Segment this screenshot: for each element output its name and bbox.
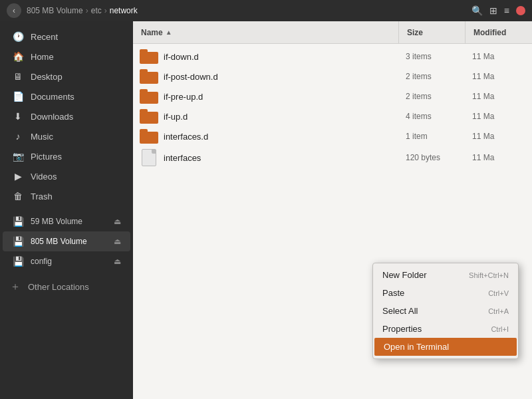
table-row[interactable]: if-post-down.d 2 items 11 Ma xyxy=(134,66,531,86)
context-label-new-folder: New Folder xyxy=(382,270,426,280)
close-button[interactable] xyxy=(516,6,525,15)
file-icon-col xyxy=(134,49,164,64)
table-row[interactable]: interfaces 120 bytes 11 Ma xyxy=(134,146,531,169)
file-icon-col xyxy=(134,89,164,104)
file-browser: Name ▲ Size Modified if-down.d 3 items 1… xyxy=(133,21,532,399)
add-icon: ＋ xyxy=(9,281,21,293)
titlebar: ‹ 805 MB Volume › etc › network 🔍 ⊞ ≡ xyxy=(0,0,532,21)
drive-icon-config: 💾 xyxy=(12,255,24,267)
pictures-icon: 📷 xyxy=(12,150,24,162)
file-name: interfaces.d xyxy=(164,132,398,142)
file-size: 2 items xyxy=(398,92,464,101)
path-segment-3[interactable]: network xyxy=(110,6,138,15)
file-modified: 11 Ma xyxy=(464,92,531,101)
folder-icon xyxy=(140,129,158,144)
sidebar-label-videos: Videos xyxy=(31,172,57,182)
table-row[interactable]: interfaces.d 1 item 11 Ma xyxy=(134,126,531,146)
sidebar-item-vol59[interactable]: 💾 59 MB Volume ⏏ xyxy=(3,211,130,231)
table-row[interactable]: if-down.d 3 items 11 Ma xyxy=(134,47,531,66)
desktop-icon: 🖥 xyxy=(12,70,24,82)
context-shortcut-paste: Ctrl+V xyxy=(488,289,509,297)
file-modified: 11 Ma xyxy=(464,52,531,61)
file-size: 4 items xyxy=(398,112,464,121)
context-shortcut-new-folder: Shift+Ctrl+N xyxy=(469,271,509,279)
sidebar-label-vol59: 59 MB Volume xyxy=(31,217,107,226)
context-label-select-all: Select All xyxy=(382,306,418,316)
titlebar-right: 🔍 ⊞ ≡ xyxy=(471,5,525,16)
music-icon: ♪ xyxy=(12,130,24,142)
sidebar-item-vol805[interactable]: 💾 805 MB Volume ⏏ xyxy=(3,231,130,251)
context-menu-item-open-terminal[interactable]: Open in Terminal xyxy=(374,338,517,356)
titlebar-left: ‹ 805 MB Volume › etc › network xyxy=(7,3,138,18)
sidebar-item-documents[interactable]: 📄 Documents xyxy=(3,86,130,106)
file-icon-col xyxy=(134,149,164,166)
back-button[interactable]: ‹ xyxy=(7,3,21,18)
col-size-header[interactable]: Size xyxy=(399,21,466,43)
documents-icon: 📄 xyxy=(12,90,24,102)
drive-icon-59: 💾 xyxy=(12,215,24,227)
context-menu-item-properties[interactable]: Properties Ctrl+I xyxy=(373,320,518,338)
file-icon-col xyxy=(134,129,164,144)
file-name: if-post-down.d xyxy=(164,72,398,82)
folder-icon xyxy=(140,89,158,104)
sidebar-item-recent[interactable]: 🕐 Recent xyxy=(3,27,130,47)
sidebar-item-desktop[interactable]: 🖥 Desktop xyxy=(3,66,130,86)
sidebar-label-downloads: Downloads xyxy=(31,112,73,122)
sidebar-item-downloads[interactable]: ⬇ Downloads xyxy=(3,106,130,126)
home-icon: 🏠 xyxy=(12,51,24,63)
path-sep-2: › xyxy=(104,6,107,15)
column-headers: Name ▲ Size Modified xyxy=(133,21,532,44)
sidebar-label-config: config xyxy=(31,257,107,266)
file-size: 1 item xyxy=(398,132,464,141)
view-toggle-icon[interactable]: ⊞ xyxy=(489,5,497,16)
eject-icon-59[interactable]: ⏏ xyxy=(114,217,121,226)
table-row[interactable]: if-pre-up.d 2 items 11 Ma xyxy=(134,86,531,106)
sidebar-item-videos[interactable]: ▶ Videos xyxy=(3,166,130,186)
sidebar-label-music: Music xyxy=(31,132,53,142)
sidebar-label-recent: Recent xyxy=(31,32,58,42)
col-name-header[interactable]: Name ▲ xyxy=(133,21,399,43)
sidebar-item-trash[interactable]: 🗑 Trash xyxy=(3,186,130,206)
sidebar-item-pictures[interactable]: 📷 Pictures xyxy=(3,146,130,166)
file-modified: 11 Ma xyxy=(464,72,531,81)
main-area: 🕐 Recent 🏠 Home 🖥 Desktop 📄 Documents ⬇ … xyxy=(0,21,532,399)
videos-icon: ▶ xyxy=(12,170,24,182)
path-segment-2[interactable]: etc xyxy=(91,6,102,15)
sort-arrow-icon: ▲ xyxy=(166,29,172,36)
col-modified-header[interactable]: Modified xyxy=(466,21,532,43)
search-icon[interactable]: 🔍 xyxy=(471,5,483,16)
trash-icon: 🗑 xyxy=(12,190,24,202)
context-shortcut-select-all: Ctrl+A xyxy=(488,307,509,315)
sidebar-item-config[interactable]: 💾 config ⏏ xyxy=(3,251,130,271)
file-modified: 11 Ma xyxy=(464,132,531,141)
context-shortcut-properties: Ctrl+I xyxy=(491,325,509,333)
file-name: if-pre-up.d xyxy=(164,92,398,102)
file-modified: 11 Ma xyxy=(464,153,531,162)
sidebar-label-pictures: Pictures xyxy=(31,152,62,162)
file-size: 2 items xyxy=(398,72,464,81)
eject-icon-805[interactable]: ⏏ xyxy=(114,237,121,246)
file-icon xyxy=(142,149,156,166)
context-menu-item-paste[interactable]: Paste Ctrl+V xyxy=(373,284,518,302)
sidebar-item-other-locations[interactable]: ＋ Other Locations xyxy=(0,277,133,297)
file-size: 120 bytes xyxy=(398,153,464,162)
sidebar-label-documents: Documents xyxy=(31,92,74,102)
context-menu-item-select-all[interactable]: Select All Ctrl+A xyxy=(373,302,518,320)
context-menu-item-new-folder[interactable]: New Folder Shift+Ctrl+N xyxy=(373,266,518,284)
folder-icon xyxy=(140,69,158,84)
table-row[interactable]: if-up.d 4 items 11 Ma xyxy=(134,106,531,126)
eject-icon-config[interactable]: ⏏ xyxy=(114,257,121,266)
context-menu: New Folder Shift+Ctrl+N Paste Ctrl+V Sel… xyxy=(372,263,519,359)
sidebar-label-desktop: Desktop xyxy=(31,72,63,82)
sidebar-label-trash: Trash xyxy=(31,192,53,201)
file-size: 3 items xyxy=(398,52,464,61)
folder-icon xyxy=(140,109,158,124)
path-segment-1[interactable]: 805 MB Volume xyxy=(27,6,83,15)
sidebar-item-music[interactable]: ♪ Music xyxy=(3,126,130,146)
menu-icon[interactable]: ≡ xyxy=(504,5,509,16)
path-sep-1: › xyxy=(86,6,88,15)
recent-icon: 🕐 xyxy=(12,31,24,43)
sidebar-item-home[interactable]: 🏠 Home xyxy=(3,47,130,66)
file-modified: 11 Ma xyxy=(464,112,531,121)
sidebar-label-home: Home xyxy=(31,52,54,62)
